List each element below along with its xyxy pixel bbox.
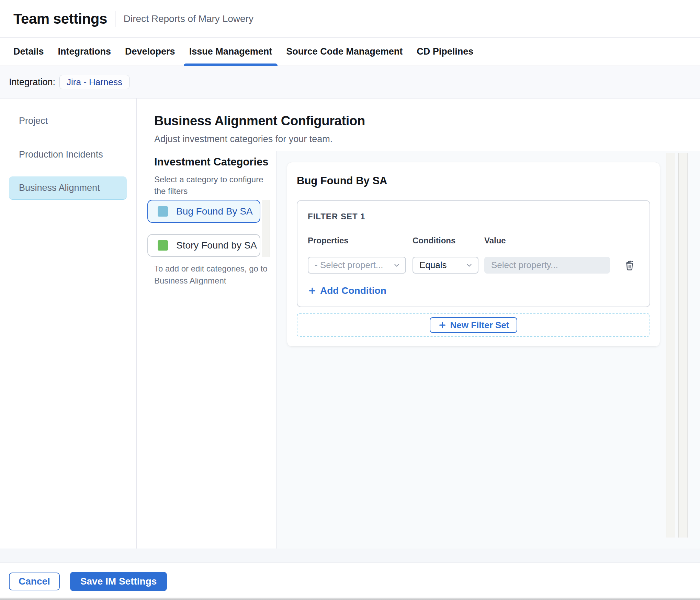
property-select[interactable]: - Select propert... bbox=[308, 257, 406, 274]
filter-set-title: FILTER SET 1 bbox=[308, 212, 639, 221]
tab-developers[interactable]: Developers bbox=[120, 38, 181, 66]
sidebar-item-project[interactable]: Project bbox=[0, 109, 136, 132]
category-color-swatch bbox=[158, 240, 168, 251]
add-condition-label: Add Condition bbox=[320, 285, 386, 296]
business-alignment-content: Business Alignment Configuration Adjust … bbox=[137, 99, 700, 549]
footer-actions: Cancel Save IM Settings bbox=[0, 563, 700, 600]
category-label: Story Found by SA bbox=[176, 240, 257, 251]
value-column-header: Value bbox=[484, 236, 610, 245]
page-subtitle: Direct Reports of Mary Lowery bbox=[124, 13, 253, 24]
plus-icon bbox=[308, 286, 317, 295]
main-area: Project Production Incidents Business Al… bbox=[0, 99, 700, 549]
sidebar-item-production-incidents[interactable]: Production Incidents bbox=[0, 143, 136, 166]
filter-condition-row: - Select propert... Equals bbox=[308, 257, 639, 274]
filter-column-headers: Properties Conditions Value bbox=[308, 236, 639, 245]
categories-helper-text: Select a category to configure the filte… bbox=[154, 174, 276, 197]
settings-sidebar: Project Production Incidents Business Al… bbox=[0, 99, 137, 549]
section-subtitle: Adjust investment categories for your te… bbox=[154, 134, 700, 145]
conditions-column-header: Conditions bbox=[413, 236, 478, 245]
card-title: Bug Found By SA bbox=[297, 175, 650, 187]
tab-source-code-management[interactable]: Source Code Management bbox=[281, 38, 408, 66]
title-divider bbox=[115, 11, 115, 27]
tab-issue-management[interactable]: Issue Management bbox=[184, 38, 278, 66]
integration-chip[interactable]: Jira - Harness bbox=[59, 75, 129, 89]
condition-select-value: Equals bbox=[419, 260, 447, 270]
section-title: Business Alignment Configuration bbox=[154, 114, 700, 128]
tab-label: CD Pipelines bbox=[417, 46, 473, 57]
categories-heading: Investment Categories bbox=[154, 156, 276, 168]
save-im-settings-button[interactable]: Save IM Settings bbox=[70, 572, 167, 591]
trash-icon bbox=[624, 259, 635, 271]
integration-bar: Integration: Jira - Harness bbox=[0, 66, 700, 99]
tab-label: Developers bbox=[125, 46, 175, 57]
content-bottom-band bbox=[0, 549, 700, 563]
condition-select[interactable]: Equals bbox=[413, 257, 478, 274]
tab-label: Details bbox=[13, 46, 44, 57]
category-list-scrollbar[interactable] bbox=[262, 200, 270, 257]
chevron-down-icon bbox=[465, 262, 473, 269]
delete-condition-button[interactable] bbox=[624, 259, 635, 271]
new-filter-set-zone: New Filter Set bbox=[297, 313, 650, 337]
cancel-button[interactable]: Cancel bbox=[9, 573, 60, 590]
tab-label: Integrations bbox=[58, 46, 111, 57]
integration-label: Integration: bbox=[9, 77, 55, 88]
page-header: Team settings Direct Reports of Mary Low… bbox=[0, 0, 700, 38]
panel-scrollbar[interactable] bbox=[666, 153, 675, 538]
property-select-value: - Select propert... bbox=[315, 260, 383, 270]
config-columns: Investment Categories Select a category … bbox=[137, 151, 700, 549]
chevron-down-icon bbox=[393, 262, 400, 269]
new-filter-set-label: New Filter Set bbox=[450, 320, 509, 331]
sidebar-item-business-alignment[interactable]: Business Alignment bbox=[9, 176, 127, 200]
category-config-panel: Bug Found By SA FILTER SET 1 Properties … bbox=[276, 151, 700, 549]
filter-set-card: FILTER SET 1 Properties Conditions Value… bbox=[297, 200, 650, 307]
value-input[interactable] bbox=[484, 257, 610, 274]
page-title: Team settings bbox=[13, 11, 107, 27]
section-header: Business Alignment Configuration Adjust … bbox=[137, 99, 700, 151]
tab-label: Source Code Management bbox=[286, 46, 403, 57]
add-condition-button[interactable]: Add Condition bbox=[308, 285, 386, 296]
tab-integrations[interactable]: Integrations bbox=[53, 38, 117, 66]
category-bug-found-by-sa[interactable]: Bug Found By SA bbox=[147, 200, 260, 223]
plus-icon bbox=[438, 321, 447, 330]
tab-details[interactable]: Details bbox=[8, 38, 49, 66]
properties-column-header: Properties bbox=[308, 236, 406, 245]
tab-cd-pipelines[interactable]: CD Pipelines bbox=[411, 38, 479, 66]
team-settings-page: Team settings Direct Reports of Mary Low… bbox=[0, 0, 700, 600]
settings-tabs: Details Integrations Developers Issue Ma… bbox=[0, 38, 700, 66]
page-scrollbar[interactable] bbox=[678, 153, 688, 538]
new-filter-set-button[interactable]: New Filter Set bbox=[430, 317, 518, 333]
category-config-card: Bug Found By SA FILTER SET 1 Properties … bbox=[287, 162, 660, 346]
categories-note: To add or edit categories, go to Busines… bbox=[154, 263, 276, 287]
tab-label: Issue Management bbox=[189, 46, 272, 57]
category-story-found-by-sa[interactable]: Story Found by SA bbox=[147, 234, 260, 257]
category-label: Bug Found By SA bbox=[176, 206, 253, 217]
investment-categories-column: Investment Categories Select a category … bbox=[137, 151, 276, 549]
category-color-swatch bbox=[158, 206, 168, 217]
